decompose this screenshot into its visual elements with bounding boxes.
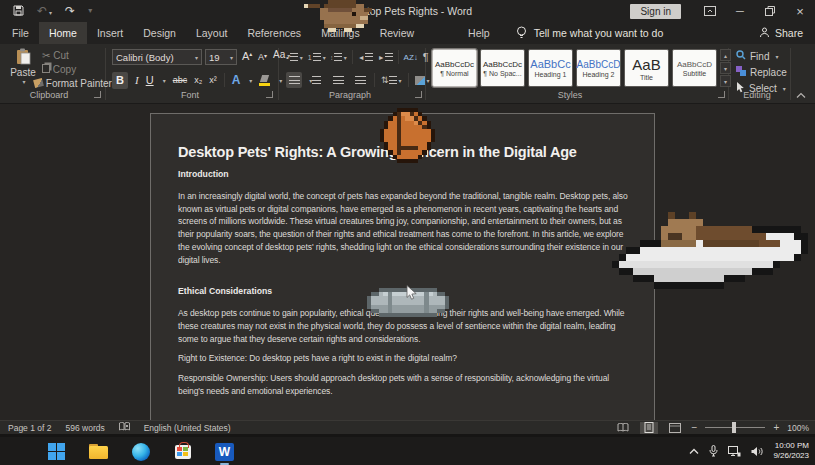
increase-indent-button[interactable]: ►	[378, 53, 393, 61]
tab-file[interactable]: File	[2, 22, 39, 44]
underline-button[interactable]: U	[146, 74, 154, 86]
share-button[interactable]: Share	[759, 27, 803, 40]
share-label: Share	[775, 27, 803, 39]
sort-button[interactable]: AZ↓	[404, 53, 418, 62]
shrink-font-button[interactable]: A▾	[258, 52, 267, 62]
copy-icon	[42, 64, 50, 73]
style-no-spacing[interactable]: AaBbCcDc ¶ No Spac...	[480, 49, 525, 87]
system-tray: 10:00 PM 9/26/2023	[689, 437, 815, 465]
sleeping-cat-pet[interactable]	[612, 212, 815, 289]
find-button[interactable]: Find▾	[736, 49, 787, 63]
zoom-in-button[interactable]: +	[773, 422, 779, 433]
grow-font-button[interactable]: A▴	[242, 50, 252, 62]
tab-insert[interactable]: Insert	[87, 22, 133, 44]
styles-group-label: Styles	[530, 90, 610, 100]
tab-home[interactable]: Home	[39, 22, 87, 44]
editing-group-label: Editing	[722, 90, 792, 100]
font-dialog-launcher-icon[interactable]	[266, 91, 273, 98]
clipboard-group-label: Clipboard	[14, 90, 84, 100]
intro-heading: Introduction	[178, 169, 628, 179]
sign-in-button[interactable]: Sign in	[630, 4, 681, 19]
clipboard-dialog-launcher-icon[interactable]	[94, 91, 101, 98]
tell-me-box[interactable]: Tell me what you want to do	[516, 26, 664, 41]
align-center-button[interactable]	[308, 72, 324, 88]
hamster-pet-sprite	[304, 0, 376, 40]
line-spacing-button[interactable]: ⇅▾	[381, 75, 402, 85]
tab-help[interactable]: Help	[458, 22, 500, 44]
tab-references[interactable]: References	[237, 22, 311, 44]
styles-scroll-up-icon[interactable]: ▴	[720, 49, 731, 61]
save-icon[interactable]	[13, 5, 24, 18]
show-hide-marks-button[interactable]: ¶	[423, 51, 429, 63]
font-name-combo[interactable]: Calibri (Body)▾	[112, 49, 202, 65]
hamster-pet[interactable]	[304, 0, 376, 40]
edge-icon	[132, 443, 150, 461]
align-left-button[interactable]	[286, 72, 302, 88]
decrease-indent-button[interactable]: ◄	[358, 53, 373, 61]
minimize-button[interactable]: ─	[725, 0, 755, 22]
bullets-button[interactable]: •▾	[286, 53, 303, 62]
style-normal[interactable]: AaBbCcDc ¶ Normal	[432, 49, 477, 87]
store-button[interactable]	[172, 441, 193, 462]
zoom-out-button[interactable]: −	[692, 422, 698, 433]
copy-button[interactable]: Copy	[42, 64, 76, 75]
tab-review[interactable]: Review	[370, 22, 424, 44]
font-size-combo[interactable]: 19▾	[205, 49, 237, 65]
cut-label: Cut	[53, 50, 69, 61]
style-title[interactable]: AaB Title	[624, 49, 669, 87]
language-indicator[interactable]: English (United States)	[144, 423, 231, 433]
italic-button[interactable]: I	[135, 74, 139, 86]
text-effects-button[interactable]: A	[232, 73, 241, 87]
page-indicator[interactable]: Page 1 of 2	[8, 423, 51, 433]
zoom-slider-thumb[interactable]	[732, 422, 736, 433]
underline-dropdown-icon[interactable]: ▾	[163, 77, 166, 84]
styles-scroll-down-icon[interactable]: ▾	[720, 62, 731, 74]
tray-chevron-icon[interactable]	[689, 448, 699, 455]
styles-gallery-more-icon[interactable]: ▾	[720, 75, 731, 87]
edge-button[interactable]	[130, 441, 151, 462]
style-heading-2[interactable]: AaBbCcD Heading 2	[576, 49, 621, 87]
word-count[interactable]: 596 words	[65, 423, 104, 433]
numbering-button[interactable]: 1▾	[308, 53, 326, 61]
undo-icon[interactable]: ↶▾	[37, 5, 52, 17]
style-subtitle[interactable]: AaBbCcD Subtitle	[672, 49, 717, 87]
word-taskbar-button[interactable]: W	[214, 441, 235, 462]
redo-icon[interactable]: ↷	[65, 5, 75, 17]
highlight-color-button[interactable]	[259, 75, 270, 86]
restore-button[interactable]	[755, 0, 785, 22]
web-layout-icon[interactable]	[666, 422, 684, 434]
customize-qat-icon[interactable]: ▾	[88, 7, 92, 15]
quick-access-toolbar: ↶▾ ↷ ▾	[13, 5, 92, 18]
tab-design[interactable]: Design	[133, 22, 186, 44]
read-mode-icon[interactable]	[614, 422, 632, 434]
ribbon-display-options-icon[interactable]	[695, 0, 725, 22]
justify-button[interactable]	[352, 72, 368, 88]
format-painter-button[interactable]: Format Painter	[34, 78, 112, 89]
print-layout-icon[interactable]	[640, 422, 658, 434]
zoom-level[interactable]: 100%	[787, 423, 809, 433]
microphone-icon[interactable]	[709, 445, 718, 457]
close-button[interactable]: ×	[785, 0, 815, 22]
align-right-button[interactable]	[330, 72, 346, 88]
zoom-slider[interactable]	[705, 427, 765, 428]
bold-button[interactable]: B	[112, 72, 128, 89]
proofing-icon[interactable]	[119, 422, 130, 433]
subscript-button[interactable]: x₂	[194, 75, 202, 85]
shading-button[interactable]: ▾	[415, 76, 430, 85]
basketball-pet[interactable]	[380, 108, 435, 163]
strikethrough-button[interactable]: abc	[173, 75, 188, 85]
tab-layout[interactable]: Layout	[186, 22, 238, 44]
replace-button[interactable]: Replace	[736, 65, 787, 79]
style-heading-1[interactable]: AaBbCc Heading 1	[528, 49, 573, 87]
speaker-icon[interactable]	[751, 446, 763, 457]
cut-button[interactable]: ✂ Cut	[42, 50, 69, 61]
multilevel-list-button[interactable]: ⁝▾	[331, 53, 347, 61]
superscript-button[interactable]: x²	[209, 75, 217, 85]
collapse-ribbon-icon[interactable]	[796, 90, 806, 101]
network-icon[interactable]	[728, 446, 741, 457]
start-button[interactable]	[46, 441, 67, 462]
paragraph-dialog-launcher-icon[interactable]	[415, 91, 422, 98]
clock[interactable]: 10:00 PM 9/26/2023	[773, 441, 809, 461]
file-explorer-button[interactable]	[88, 441, 109, 462]
font-size-value: 19	[209, 52, 228, 63]
